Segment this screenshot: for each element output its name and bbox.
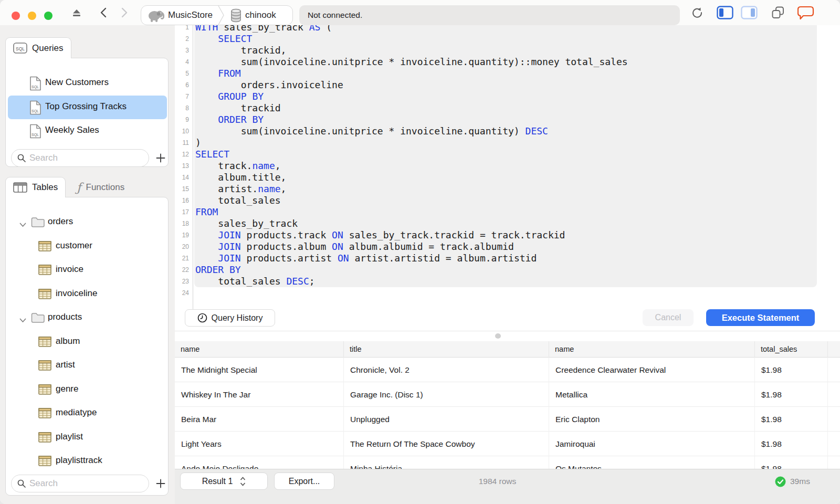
table-item-label: invoiceline bbox=[56, 288, 97, 299]
traffic-light-minimize-button[interactable] bbox=[28, 12, 36, 20]
result-cell[interactable]: Whiskey In The Jar bbox=[175, 382, 344, 407]
results-status-bar: Result 1 Export... 1984 rows 39ms bbox=[175, 469, 840, 504]
query-search-input[interactable] bbox=[11, 149, 149, 167]
code-line: FROM bbox=[195, 68, 628, 79]
column-header[interactable]: total_sales bbox=[755, 341, 828, 358]
result-cell[interactable]: $1.98 bbox=[755, 382, 828, 407]
plus-icon bbox=[156, 153, 165, 163]
chevron-down-icon bbox=[19, 318, 26, 323]
search-icon bbox=[17, 154, 26, 162]
result-cell[interactable]: $1.98 bbox=[755, 358, 828, 382]
connection-status-label: Not connected. bbox=[308, 10, 362, 20]
result-cell[interactable]: $1.98 bbox=[755, 432, 828, 456]
cancel-label: Cancel bbox=[655, 313, 681, 322]
result-cell[interactable]: Chronicle, Vol. 2 bbox=[344, 358, 549, 382]
export-label: Export... bbox=[289, 477, 320, 486]
table-item[interactable]: playlist bbox=[6, 426, 169, 449]
breadcrumb-database[interactable]: chinook bbox=[224, 6, 281, 25]
query-item[interactable]: SQLTop Grossing Tracks bbox=[8, 96, 167, 119]
toggle-left-sidebar-button[interactable] bbox=[716, 0, 734, 25]
result-cell[interactable]: Beira Mar bbox=[175, 407, 344, 432]
svg-text:SQL: SQL bbox=[16, 46, 25, 51]
result-cell[interactable]: Unplugged bbox=[344, 407, 549, 432]
sql-file-icon: SQL bbox=[29, 124, 41, 139]
traffic-light-zoom-button[interactable] bbox=[44, 12, 52, 20]
query-item[interactable]: SQLNew Customers bbox=[8, 71, 167, 95]
tab-functions[interactable]: ƒ Functions bbox=[69, 177, 132, 197]
duplicate-window-button[interactable] bbox=[770, 0, 786, 25]
table-item[interactable]: genre bbox=[6, 378, 169, 402]
result-cell[interactable]: $1.98 bbox=[755, 407, 828, 432]
table-item[interactable]: artist bbox=[6, 354, 169, 377]
result-cell[interactable]: The Return Of The Space Cowboy bbox=[344, 432, 549, 456]
table-item-label: album bbox=[56, 336, 80, 346]
tab-tables[interactable]: Tables bbox=[5, 177, 66, 197]
sql-code: WITH sales_by_track AS ( SELECT trackid,… bbox=[195, 25, 628, 299]
table-item[interactable]: invoice bbox=[6, 258, 169, 282]
result-row[interactable]: Light YearsThe Return Of The Space Cowbo… bbox=[175, 432, 840, 456]
result-selector-label: Result 1 bbox=[202, 477, 233, 486]
result-cell[interactable]: Jamiroquai bbox=[549, 432, 755, 456]
eject-icon bbox=[72, 9, 81, 17]
results-splitter[interactable] bbox=[175, 331, 840, 341]
forward-button[interactable] bbox=[118, 0, 131, 25]
column-header[interactable]: title bbox=[344, 341, 549, 358]
history-clock-icon bbox=[197, 313, 207, 323]
add-query-button[interactable] bbox=[154, 151, 167, 165]
schema-folder-item[interactable]: products bbox=[6, 306, 169, 330]
table-item[interactable]: mediatype bbox=[6, 402, 169, 425]
table-icon bbox=[38, 289, 51, 299]
result-cell[interactable]: Light Years bbox=[175, 432, 344, 456]
query-history-label: Query History bbox=[212, 313, 263, 323]
execute-statement-button[interactable]: Execute Statement bbox=[706, 309, 815, 326]
cancel-button[interactable]: Cancel bbox=[643, 309, 694, 326]
breadcrumb-server[interactable]: MusicStore bbox=[141, 6, 218, 25]
tables-panel: orders customer invoice invoiceline prod… bbox=[5, 197, 169, 496]
column-header[interactable]: name bbox=[549, 341, 755, 358]
result-row[interactable]: Beira MarUnpluggedEric Clapton$1.98 bbox=[175, 407, 840, 432]
refresh-button[interactable] bbox=[689, 0, 705, 25]
breadcrumb: MusicStore chinook bbox=[141, 5, 293, 25]
query-history-button[interactable]: Query History bbox=[185, 309, 275, 327]
table-item[interactable]: playlisttrack bbox=[6, 449, 169, 473]
result-row[interactable]: Whiskey In The JarGarage Inc. (Disc 1)Me… bbox=[175, 382, 840, 407]
code-line: ORDER BY bbox=[195, 114, 628, 125]
sql-editor[interactable]: 123456789101112131415161718192021222324 … bbox=[175, 25, 840, 331]
result-cell[interactable]: Garage Inc. (Disc 1) bbox=[344, 382, 549, 407]
code-line: GROUP BY bbox=[195, 91, 628, 102]
table-item[interactable]: customer bbox=[6, 235, 169, 258]
result-cell[interactable]: Creedence Clearwater Revival bbox=[549, 358, 755, 382]
tab-functions-label: Functions bbox=[86, 182, 125, 193]
result-cell[interactable]: Eric Clapton bbox=[549, 407, 755, 432]
expand-toggle[interactable] bbox=[19, 316, 26, 325]
code-line: album.title, bbox=[195, 172, 628, 183]
table-icon bbox=[38, 360, 51, 371]
add-table-button[interactable] bbox=[154, 477, 167, 490]
code-line: JOIN products.album ON album.albumid = t… bbox=[195, 241, 628, 253]
result-cell[interactable]: The Midnight Special bbox=[175, 358, 344, 382]
tab-queries-label: Queries bbox=[32, 43, 64, 54]
breadcrumb-separator-icon bbox=[218, 5, 224, 25]
export-button[interactable]: Export... bbox=[274, 472, 334, 490]
back-button[interactable] bbox=[97, 0, 109, 25]
feedback-button[interactable] bbox=[797, 0, 815, 25]
schema-folder-item[interactable]: orders bbox=[6, 211, 169, 234]
column-header[interactable]: name bbox=[175, 341, 344, 358]
table-item[interactable]: invoiceline bbox=[6, 282, 169, 306]
result-row[interactable]: The Midnight SpecialChronicle, Vol. 2Cre… bbox=[175, 358, 840, 382]
eject-button[interactable] bbox=[70, 0, 83, 25]
functions-icon: ƒ bbox=[77, 182, 81, 193]
traffic-light-close-button[interactable] bbox=[12, 12, 20, 20]
expand-toggle[interactable] bbox=[19, 220, 26, 229]
query-item[interactable]: SQLWeekly Sales bbox=[8, 119, 167, 143]
connection-status[interactable]: Not connected. bbox=[299, 5, 680, 25]
toggle-right-sidebar-button[interactable] bbox=[740, 0, 758, 25]
table-search-input[interactable] bbox=[11, 475, 149, 492]
result-cell[interactable]: Metallica bbox=[549, 382, 755, 407]
splitter-handle-icon[interactable] bbox=[495, 333, 501, 339]
tab-queries[interactable]: SQL Queries bbox=[5, 37, 71, 58]
execute-statement-label: Execute Statement bbox=[722, 313, 800, 323]
result-selector[interactable]: Result 1 bbox=[180, 472, 268, 490]
code-line: artist.name, bbox=[195, 183, 628, 195]
table-item[interactable]: album bbox=[6, 330, 169, 354]
